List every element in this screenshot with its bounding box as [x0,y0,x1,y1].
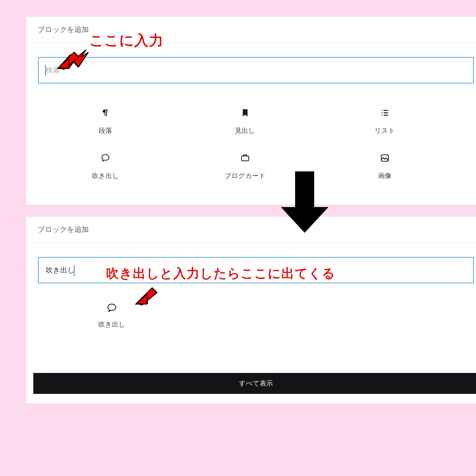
block-speech-bubble-result[interactable]: 吹き出し [45,302,178,340]
block-list[interactable]: リスト [315,107,455,152]
text-cursor [74,265,74,276]
block-blog-card[interactable]: ブログカード [175,152,315,198]
block-label: 吹き出し [92,171,119,180]
block-label: リスト [374,126,395,135]
block-label: 見出し [235,126,255,135]
block-image[interactable]: 画像 [315,152,455,198]
block-heading[interactable]: 見出し [175,107,315,152]
panel-title: ブロックを追加 [26,17,476,43]
image-icon [379,152,391,164]
list-icon [379,107,391,119]
block-label: 吹き出し [98,320,125,329]
block-search-input[interactable] [38,257,474,283]
search-row [26,43,476,83]
block-speech-bubble[interactable]: 吹き出し [36,152,175,198]
block-inserter-panel-initial: ブロックを追加 段落 見出し リスト [26,17,476,205]
block-inserter-panel-filtered: ブロックを追加 吹き出し すべて表示 [26,217,476,403]
block-label: 段落 [99,126,112,135]
search-row [26,243,476,283]
block-paragraph[interactable]: 段落 [36,107,175,152]
svg-rect-6 [241,156,249,161]
show-all-button[interactable]: すべて表示 [33,373,476,394]
block-grid: 段落 見出し リスト 吹き出し [26,83,464,198]
block-label: ブログカード [224,171,266,180]
show-all-label: すべて表示 [239,379,273,388]
panel-title-text: ブロックを追加 [38,25,89,34]
block-label: 画像 [378,171,391,180]
search-results: 吹き出し [45,283,178,340]
block-search-input[interactable] [38,57,474,83]
speech-bubble-icon [106,302,118,314]
panel-title-text: ブロックを追加 [38,225,89,235]
card-icon [239,152,251,164]
text-cursor [45,65,46,76]
speech-bubble-icon [100,152,111,164]
paragraph-icon [100,107,111,119]
bookmark-icon [239,107,251,119]
panel-title: ブロックを追加 [26,217,476,243]
